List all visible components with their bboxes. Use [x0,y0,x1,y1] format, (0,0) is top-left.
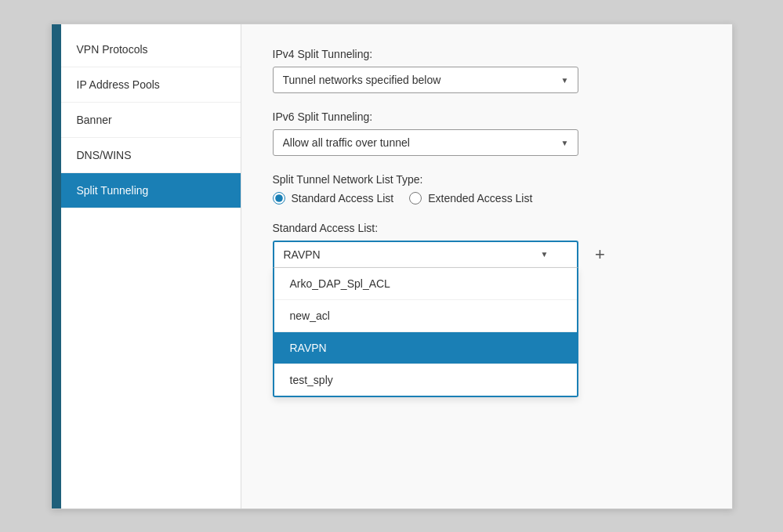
dropdown-option-ravpn[interactable]: RAVPN [274,332,577,364]
dropdown-option-test-sply[interactable]: test_sply [274,364,577,396]
acl-dropdown-list: Arko_DAP_Spl_ACL new_acl RAVPN test_sply [273,267,578,397]
sidebar-item-ip-address-pools[interactable]: IP Address Pools [61,67,241,103]
radio-extended-input[interactable] [409,192,422,204]
ipv4-label: IPv4 Split Tunneling: [273,48,701,60]
dropdown-option-arko[interactable]: Arko_DAP_Spl_ACL [274,268,577,300]
ipv4-field-group: IPv4 Split Tunneling: Tunnel networks sp… [273,48,701,93]
sidebar: VPN Protocols IP Address Pools Banner DN… [61,24,241,508]
main-container: VPN Protocols IP Address Pools Banner DN… [51,24,733,509]
radio-group: Standard Access List Extended Access Lis… [273,192,701,204]
radio-extended-label: Extended Access List [428,192,532,204]
acl-dropdown-value: RAVPN [284,248,321,261]
sidebar-item-banner[interactable]: Banner [61,103,241,138]
ipv6-field-group: IPv6 Split Tunneling: Allow all traffic … [273,110,701,156]
ipv4-select-wrapper: Tunnel networks specified below Allow al… [273,67,578,93]
acl-dropdown-selected[interactable]: RAVPN ▼ [273,241,578,267]
radio-standard-label: Standard Access List [292,192,394,204]
ipv4-select[interactable]: Tunnel networks specified below Allow al… [273,67,578,93]
add-acl-button[interactable]: + [588,241,613,269]
acl-dropdown-container: RAVPN ▼ Arko_DAP_Spl_ACL new_acl RAVPN [273,241,578,267]
content-area: IPv4 Split Tunneling: Tunnel networks sp… [241,24,732,508]
accent-bar [52,24,61,508]
sidebar-item-split-tunneling[interactable]: Split Tunneling [61,173,241,208]
acl-dropdown-arrow-icon: ▼ [541,250,549,259]
network-list-type-group: Split Tunnel Network List Type: Standard… [273,173,701,204]
dropdown-row: RAVPN ▼ Arko_DAP_Spl_ACL new_acl RAVPN [273,241,701,269]
ipv6-label: IPv6 Split Tunneling: [273,110,701,123]
sidebar-item-dns-wins[interactable]: DNS/WINS [61,138,241,173]
sidebar-item-vpn-protocols[interactable]: VPN Protocols [61,32,241,67]
standard-acl-label: Standard Access List: [273,222,701,234]
dropdown-option-new-acl[interactable]: new_acl [274,300,577,332]
ipv6-select-wrapper: Allow all traffic over tunnel Tunnel net… [273,129,578,156]
standard-acl-group: Standard Access List: RAVPN ▼ Arko_DAP_S… [273,222,701,269]
radio-standard-option[interactable]: Standard Access List [273,192,394,204]
ipv6-select[interactable]: Allow all traffic over tunnel Tunnel net… [273,129,578,156]
network-list-type-label: Split Tunnel Network List Type: [273,173,701,186]
radio-extended-option[interactable]: Extended Access List [409,192,532,204]
radio-standard-input[interactable] [273,192,285,204]
